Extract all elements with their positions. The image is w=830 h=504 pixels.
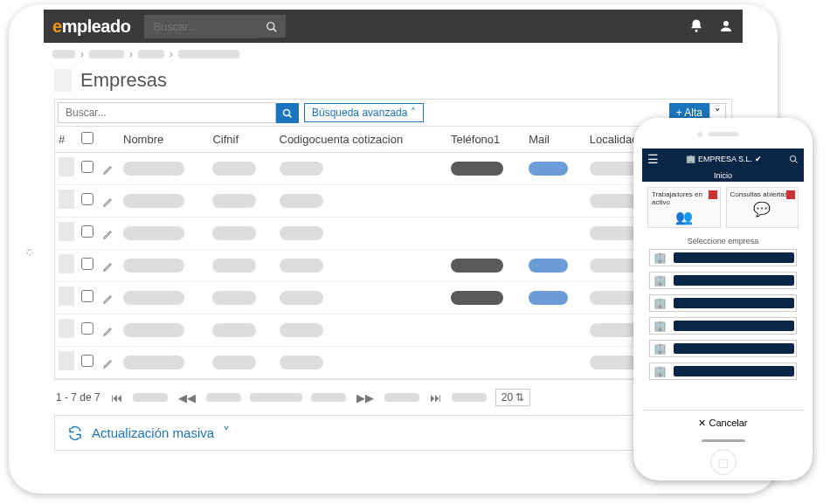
edit-button[interactable] xyxy=(102,227,114,240)
table-row[interactable] xyxy=(55,250,731,282)
building-icon: 🏢 xyxy=(652,274,668,287)
col-check[interactable] xyxy=(78,127,99,153)
breadcrumb-item[interactable] xyxy=(138,50,164,59)
cell-localidad xyxy=(590,323,638,337)
breadcrumb-item[interactable] xyxy=(178,50,239,59)
phone-home-button[interactable]: ◻ xyxy=(710,449,737,475)
cell-mail xyxy=(529,259,568,273)
document-icon xyxy=(59,190,74,209)
row-checkbox[interactable] xyxy=(81,193,93,205)
phone-header: ☰ 🏢 EMPRESA S.L. ✔ xyxy=(642,148,804,169)
phone-subtitle: Inicio xyxy=(642,169,804,182)
menu-icon[interactable]: ☰ xyxy=(647,152,659,166)
edit-button[interactable] xyxy=(102,324,114,337)
search-button[interactable] xyxy=(276,103,299,123)
header-search-input[interactable] xyxy=(144,15,258,38)
select-all-checkbox[interactable] xyxy=(81,132,93,144)
cell-nombre xyxy=(123,226,184,240)
cancel-button[interactable]: ✕ Cancelar xyxy=(642,410,804,436)
table-row[interactable] xyxy=(55,282,731,314)
col-nombre[interactable]: Nombre xyxy=(120,127,209,153)
bulk-action-row[interactable]: Actualización masiva ˅ xyxy=(54,415,732,451)
document-icon xyxy=(59,254,74,273)
row-checkbox[interactable] xyxy=(81,161,93,173)
company-list-item[interactable]: 🏢 xyxy=(649,362,797,380)
badge-icon xyxy=(709,190,717,199)
row-checkbox[interactable] xyxy=(81,322,93,335)
edit-button[interactable] xyxy=(102,195,114,208)
company-list-item[interactable]: 🏢 xyxy=(649,340,797,357)
building-icon: 🏢 xyxy=(652,320,668,332)
search-input[interactable] xyxy=(58,102,276,123)
row-checkbox[interactable] xyxy=(81,290,93,302)
company-name-placeholder xyxy=(674,321,794,331)
card-title: Trabajadores en activo xyxy=(652,191,716,207)
table-row[interactable] xyxy=(55,185,731,217)
pager-placeholder xyxy=(206,393,241,402)
company-name-placeholder xyxy=(674,298,794,308)
table-row[interactable] xyxy=(55,347,731,379)
card-consultas[interactable]: Consultas abiertas 💬 xyxy=(726,187,799,228)
edit-button[interactable] xyxy=(102,259,114,273)
phone-speaker xyxy=(708,132,738,136)
pager-placeholder xyxy=(250,393,302,402)
pencil-icon xyxy=(102,228,114,240)
phone-screen: ☰ 🏢 EMPRESA S.L. ✔ Inicio Trabajadores e… xyxy=(642,148,804,445)
cell-codigo xyxy=(280,226,323,240)
company-list-item[interactable]: 🏢 xyxy=(649,317,797,335)
col-mail[interactable]: Mail xyxy=(525,127,586,153)
cell-localidad xyxy=(590,162,638,176)
cell-telefono xyxy=(451,259,503,273)
pager-first-button[interactable]: ⏮ xyxy=(109,391,124,404)
cell-mail xyxy=(529,291,568,305)
logo-e: e xyxy=(52,17,62,36)
edit-button[interactable] xyxy=(102,162,114,176)
phone-frame: ☰ 🏢 EMPRESA S.L. ✔ Inicio Trabajadores e… xyxy=(633,118,813,480)
header-search-button[interactable] xyxy=(258,15,286,37)
edit-button[interactable] xyxy=(102,356,114,369)
cell-localidad xyxy=(590,259,638,273)
page-size-select[interactable]: 20 ⇅ xyxy=(495,389,531,406)
company-name-placeholder xyxy=(674,252,794,263)
building-icon: 🏢 xyxy=(686,155,695,163)
breadcrumb-item[interactable] xyxy=(89,50,124,59)
cell-nombre xyxy=(123,162,184,176)
row-checkbox[interactable] xyxy=(81,355,93,367)
card-title: Consultas abiertas xyxy=(730,191,795,199)
drag-handle[interactable] xyxy=(702,439,745,442)
search-icon[interactable] xyxy=(789,154,799,163)
company-list-item[interactable]: 🏢 xyxy=(649,272,797,289)
svg-point-0 xyxy=(267,22,274,29)
cell-localidad xyxy=(590,194,638,208)
pager-prev-button[interactable]: ◀◀ xyxy=(176,391,197,404)
edit-button[interactable] xyxy=(102,292,114,305)
row-checkbox[interactable] xyxy=(81,225,93,238)
company-list-item[interactable]: 🏢 xyxy=(649,294,797,312)
col-codigo[interactable]: Codigocuenta cotizacion xyxy=(276,127,447,153)
document-icon xyxy=(59,157,74,176)
advanced-search-link[interactable]: Búsqueda avanzada ˄ xyxy=(304,103,424,122)
company-name-placeholder xyxy=(674,275,794,286)
company-list: 🏢🏢🏢🏢🏢🏢 xyxy=(642,249,804,385)
chevron-down-icon: ˅ xyxy=(223,425,230,441)
company-name-placeholder xyxy=(674,366,794,376)
cell-telefono xyxy=(451,162,503,176)
col-telefono[interactable]: Teléfono1 xyxy=(447,127,525,153)
pager-next-button[interactable]: ▶▶ xyxy=(355,391,376,404)
table-row[interactable] xyxy=(55,153,731,185)
bell-icon[interactable] xyxy=(688,18,704,35)
col-hash[interactable]: # xyxy=(55,127,78,153)
people-icon: 👥 xyxy=(652,209,716,225)
refresh-icon xyxy=(67,425,83,441)
table-row[interactable] xyxy=(55,217,731,250)
select-company-label: Seleccione empresa xyxy=(642,233,804,249)
row-checkbox[interactable] xyxy=(81,258,93,270)
user-icon[interactable] xyxy=(718,18,734,35)
company-list-item[interactable]: 🏢 xyxy=(649,249,797,266)
table-row[interactable] xyxy=(55,314,731,347)
breadcrumb-item[interactable] xyxy=(52,50,75,59)
pager-last-button[interactable]: ⏭ xyxy=(428,391,443,404)
col-cifnif[interactable]: Cifnif xyxy=(209,127,275,153)
card-trabajadores[interactable]: Trabajadores en activo 👥 xyxy=(647,187,721,228)
cell-telefono xyxy=(451,291,503,305)
